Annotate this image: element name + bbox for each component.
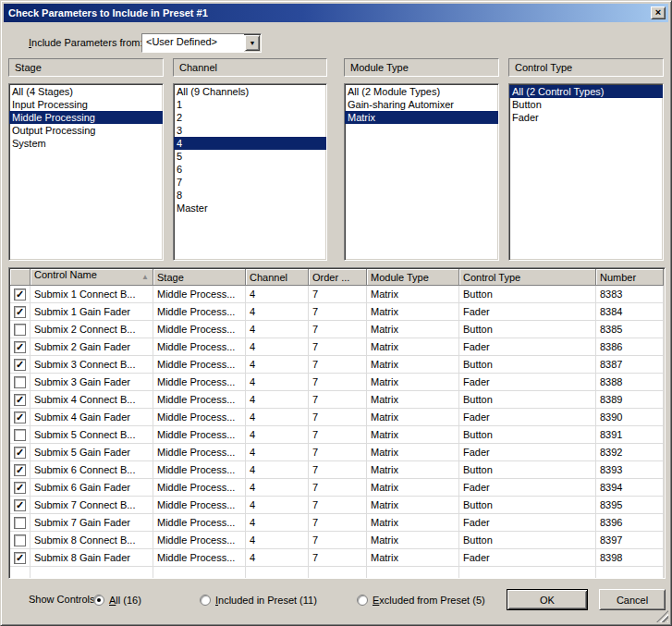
table-row[interactable]: ✓Submix 4 Gain FaderMiddle Process...47M… — [10, 409, 664, 426]
checkbox-checked-icon[interactable]: ✓ — [14, 394, 26, 406]
list-item[interactable]: All (2 Control Types) — [509, 85, 663, 98]
table-row[interactable]: ✓Submix 5 Gain FaderMiddle Process...47M… — [10, 444, 664, 461]
list-item[interactable]: Output Processing — [9, 124, 163, 137]
ok-button[interactable]: OK — [507, 589, 588, 610]
list-item[interactable]: 8 — [174, 189, 326, 202]
list-item[interactable]: Matrix — [345, 111, 498, 124]
checkbox-unchecked-icon[interactable] — [14, 429, 26, 441]
table-row[interactable]: ✓Submix 6 Connect B...Middle Process...4… — [10, 461, 664, 479]
module-type-listbox[interactable]: All (2 Module Types)Gain-sharing Automix… — [344, 83, 499, 261]
radio-included-in-preset[interactable]: Included in Preset (11) — [200, 589, 317, 610]
table-row[interactable]: ✓Submix 7 Connect B...Middle Process...4… — [10, 497, 664, 514]
checkbox-checked-icon[interactable]: ✓ — [14, 447, 26, 459]
checkbox-cell[interactable] — [10, 426, 31, 444]
checkbox-unchecked-icon[interactable] — [14, 324, 26, 336]
list-item[interactable]: Gain-sharing Automixer — [345, 98, 498, 111]
channel-listbox[interactable]: All (9 Channels)12345678Master — [173, 83, 327, 261]
table-row[interactable]: Submix 7 Gain FaderMiddle Process...47Ma… — [10, 514, 664, 532]
table-row[interactable]: ✓Submix 2 Gain FaderMiddle Process...47M… — [10, 338, 664, 356]
checkbox-checked-icon[interactable]: ✓ — [14, 359, 26, 371]
column-header-checkbox[interactable] — [10, 269, 31, 286]
checkbox-checked-icon[interactable]: ✓ — [14, 482, 26, 494]
table-row[interactable]: ✓Submix 3 Connect B...Middle Process...4… — [10, 356, 664, 374]
table-cell: Matrix — [367, 532, 459, 549]
column-header-module-type[interactable]: Module Type — [367, 269, 459, 286]
dropdown-button[interactable]: ▼ — [245, 35, 260, 51]
checkbox-cell[interactable]: ✓ — [10, 303, 31, 321]
table-row[interactable]: Submix 5 Connect B...Middle Process...47… — [10, 426, 664, 444]
checkbox-checked-icon[interactable]: ✓ — [14, 288, 26, 301]
table-row[interactable]: ✓Submix 6 Gain FaderMiddle Process...47M… — [10, 479, 664, 497]
checkbox-cell[interactable]: ✓ — [10, 286, 31, 303]
checkbox-checked-icon[interactable]: ✓ — [14, 306, 26, 318]
table-row[interactable]: ✓Submix 1 Gain FaderMiddle Process...47M… — [10, 303, 664, 321]
checkbox-cell[interactable]: ✓ — [10, 461, 31, 479]
checkbox-checked-icon[interactable]: ✓ — [14, 552, 26, 564]
checkbox-cell[interactable] — [10, 374, 31, 391]
radio-button-icon[interactable] — [200, 595, 211, 606]
list-item[interactable]: Input Processing — [9, 98, 163, 111]
table-cell: 8397 — [596, 532, 664, 549]
table-row[interactable]: Submix 2 Connect B...Middle Process...47… — [10, 321, 664, 338]
titlebar[interactable]: Check Parameters to Include in Preset #1… — [4, 4, 668, 22]
list-item[interactable]: 7 — [174, 176, 326, 189]
cancel-button[interactable]: Cancel — [599, 589, 666, 610]
table-row[interactable]: Submix 8 Connect B...Middle Process...47… — [10, 532, 664, 549]
radio-button-icon[interactable] — [357, 595, 368, 606]
list-item[interactable]: Master — [174, 202, 326, 215]
list-item[interactable]: 3 — [174, 124, 326, 137]
checkbox-checked-icon[interactable]: ✓ — [14, 499, 26, 511]
table-row[interactable]: ✓Submix 4 Connect B...Middle Process...4… — [10, 391, 664, 409]
column-header-stage[interactable]: Stage — [153, 269, 246, 286]
list-item[interactable]: All (9 Channels) — [174, 85, 326, 98]
column-header-channel[interactable]: Channel — [246, 269, 309, 286]
checkbox-cell[interactable]: ✓ — [10, 338, 31, 356]
list-item[interactable]: System — [9, 137, 163, 150]
control-type-listbox[interactable]: All (2 Control Types)ButtonFader — [508, 83, 664, 261]
checkbox-cell[interactable] — [10, 532, 31, 549]
include-from-combobox[interactable]: <User Defined> ▼ — [141, 33, 262, 53]
checkbox-checked-icon[interactable]: ✓ — [14, 411, 26, 423]
list-item[interactable]: 4 — [174, 137, 326, 150]
radio-excluded-from-preset[interactable]: Excluded from Preset (5) — [357, 589, 485, 610]
list-item[interactable]: 1 — [174, 98, 326, 111]
table-row[interactable]: ✓Submix 8 Gain FaderMiddle Process...47M… — [10, 549, 664, 567]
checkbox-unchecked-icon[interactable] — [14, 517, 26, 529]
table-row[interactable]: ✓Submix 1 Connect B...Middle Process...4… — [10, 286, 664, 303]
list-item[interactable]: 6 — [174, 163, 326, 176]
list-item[interactable]: All (2 Module Types) — [345, 85, 498, 98]
table-cell: Matrix — [367, 374, 459, 391]
stage-listbox[interactable]: All (4 Stages)Input ProcessingMiddle Pro… — [8, 83, 164, 261]
column-header-number[interactable]: Number — [596, 269, 664, 286]
column-header-control-name[interactable]: ▲Control Name — [31, 269, 153, 286]
list-item[interactable]: Button — [509, 98, 663, 111]
table-row[interactable]: Submix 3 Gain FaderMiddle Process...47Ma… — [10, 374, 664, 391]
checkbox-cell[interactable]: ✓ — [10, 356, 31, 374]
column-header-control-type[interactable]: Control Type — [459, 269, 596, 286]
checkbox-cell[interactable]: ✓ — [10, 409, 31, 426]
checkbox-cell[interactable] — [10, 514, 31, 532]
close-button[interactable]: × — [651, 6, 666, 19]
list-item[interactable]: 5 — [174, 150, 326, 163]
checkbox-unchecked-icon[interactable] — [14, 534, 26, 546]
table-cell: Fader — [459, 444, 596, 461]
list-item[interactable]: Middle Processing — [9, 111, 163, 124]
resize-grip[interactable] — [656, 610, 668, 622]
checkbox-cell[interactable]: ✓ — [10, 497, 31, 514]
radio-button-icon[interactable] — [93, 595, 104, 606]
checkbox-checked-icon[interactable]: ✓ — [14, 464, 26, 476]
list-item[interactable]: 2 — [174, 111, 326, 124]
checkbox-cell[interactable]: ✓ — [10, 391, 31, 409]
checkbox-unchecked-icon[interactable] — [14, 376, 26, 388]
list-item[interactable]: Fader — [509, 111, 663, 124]
list-item[interactable]: All (4 Stages) — [9, 85, 163, 98]
checkbox-cell[interactable]: ✓ — [10, 479, 31, 497]
radio-all[interactable]: All (16) — [93, 589, 141, 610]
table-cell: Middle Process... — [153, 514, 246, 532]
close-icon: × — [655, 7, 661, 17]
checkbox-cell[interactable] — [10, 321, 31, 338]
checkbox-cell[interactable]: ✓ — [10, 444, 31, 461]
checkbox-cell[interactable]: ✓ — [10, 549, 31, 567]
column-header-order[interactable]: Order ... — [309, 269, 367, 286]
checkbox-checked-icon[interactable]: ✓ — [14, 341, 26, 353]
